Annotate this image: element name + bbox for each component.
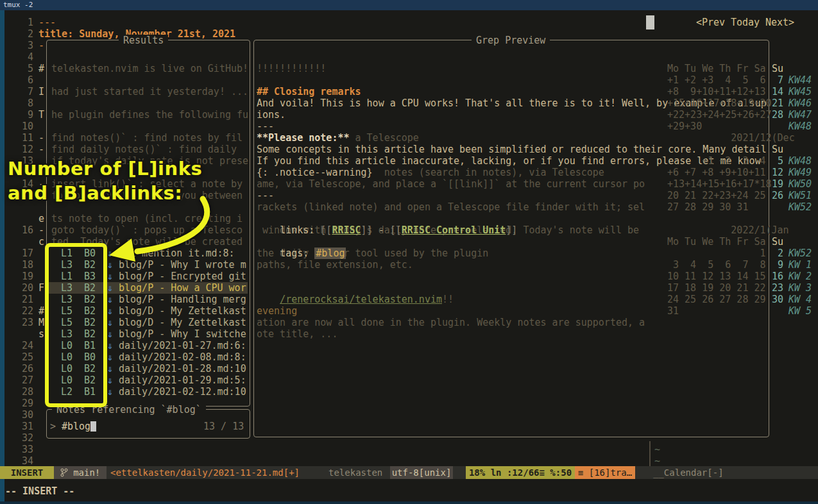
preview-heading: ## Closing remarks	[257, 86, 361, 97]
terminal-left-border	[0, 10, 4, 504]
preview-evening: evening	[257, 305, 297, 317]
statusline: INSERT main! <ettelkasten/daily/2021-11-…	[0, 466, 818, 479]
prompt-symbol: >	[50, 421, 56, 432]
calendar-week-numbers-column: KW44 KW45 KW46 KW47 KW48 KW48 KW49 KW50 …	[788, 17, 812, 317]
filetype-label: telekasten	[328, 466, 382, 479]
window-separator-highlight	[646, 15, 654, 29]
repo-url: /renerocksai/telekasten.nvim	[280, 294, 442, 305]
wikilink-bracket: ]]	[361, 224, 373, 236]
git-branch-name: main!	[73, 467, 100, 478]
git-branch-segment: main!	[54, 466, 107, 479]
note-file-icon: ⇓	[107, 317, 113, 328]
wikilink: RRISC Control Unit	[402, 224, 506, 236]
whitespace-warning-segment: ≡ [16]tra…	[575, 466, 635, 479]
encoding-segment: utf-8[unix]	[390, 466, 453, 479]
results-counter: 13 / 13	[203, 421, 244, 432]
empty-line-tilde: ~	[654, 444, 660, 455]
tmux-title: tmux -2	[3, 1, 33, 9]
links-label: links:	[280, 224, 320, 236]
git-branch-icon	[60, 468, 68, 477]
url-suffix: !!	[442, 294, 454, 305]
preview-rule: ---	[257, 190, 274, 201]
line-number-gutter: 1 2 3 4 5 6 7 8 9 10 11 12 13 14 15 16 1…	[13, 17, 33, 467]
wikilink-bracket: [[	[320, 224, 332, 236]
note-name: blog/D - My Zettelkast	[119, 305, 246, 317]
tag-chip: #blog	[314, 248, 346, 259]
empty-line-tilde: ~	[654, 455, 660, 467]
preview-tags-line: tags: #blog	[257, 236, 346, 271]
note-name: daily/2021-01-27.md:6:	[119, 340, 246, 351]
note-name: blog/P - Handling merg	[119, 294, 246, 305]
window-separator	[649, 441, 651, 466]
note-name: daily/2021-02-08.md:8:	[119, 351, 246, 363]
prompt-cursor	[90, 421, 96, 432]
note-name: daily/2021-01-29.md:5:	[119, 374, 246, 386]
note-file-icon: ⇓	[107, 294, 113, 305]
insert-mode-message: -- INSERT --	[5, 484, 74, 498]
preview-rule: ---	[257, 121, 274, 132]
note-name: blog/P - How a CPU wor	[119, 282, 246, 294]
note-file-icon: ⇓	[107, 386, 113, 398]
note-name: daily/2021-01-28.md:10	[119, 363, 246, 374]
wikilink-bracket: ]]	[506, 224, 517, 236]
annotation-text-line1: Number of [L]inks	[8, 158, 202, 180]
results-panel-title: Results	[119, 35, 168, 46]
tags-label: tags:	[280, 248, 314, 259]
tmux-status-bar: tmux -2	[0, 0, 818, 10]
preview-notice: {: .notice--warning}	[257, 167, 373, 178]
note-file-icon: ⇓	[107, 282, 113, 294]
note-file-icon: ⇓	[107, 328, 113, 340]
note-file-icon: ⇓	[107, 351, 113, 363]
note-file-icon: ⇓	[107, 374, 113, 386]
note-file-icon: ⇓	[107, 363, 113, 374]
preview-line: ions.	[257, 109, 285, 121]
annotation-text-line2: and [B]acklinks:	[8, 182, 182, 204]
file-path: <ettelkasten/daily/2021-11-21.md[+]	[110, 466, 300, 479]
cursor-position-segment: 18% ln :12/66≡ %:50	[466, 466, 575, 479]
calendar-sunday-days-column: 7 14 21 28 5 12 19 26 2 9 16 23 30	[772, 17, 783, 305]
preview-please-note: **Please note:**	[257, 132, 350, 144]
prompt-query: #blog	[62, 421, 90, 432]
terminal-screen: tmux -2 1 2 3 4 5 6 7 8 9 10 11 12 13 14…	[0, 0, 818, 504]
wikilink-bracket: [[	[390, 224, 402, 236]
links-separator: -	[373, 224, 390, 236]
note-file-icon: ⇓	[107, 340, 113, 351]
note-name: blog/D - My Zettelkast	[119, 317, 246, 328]
note-file-icon: ⇓	[107, 305, 113, 317]
terminal-bottom-border	[0, 501, 818, 504]
note-file-icon: ⇓	[107, 271, 113, 282]
note-name: daily/2021-02-12.md:10	[119, 386, 246, 398]
wikilink: RRISC	[332, 224, 361, 236]
calendar-buffer-label: __Calendar[-]	[653, 466, 724, 479]
note-name: blog/P - Encrypted git	[119, 271, 246, 282]
note-name: blog/P - Why I switche	[119, 328, 246, 340]
mode-indicator: INSERT	[0, 466, 54, 479]
